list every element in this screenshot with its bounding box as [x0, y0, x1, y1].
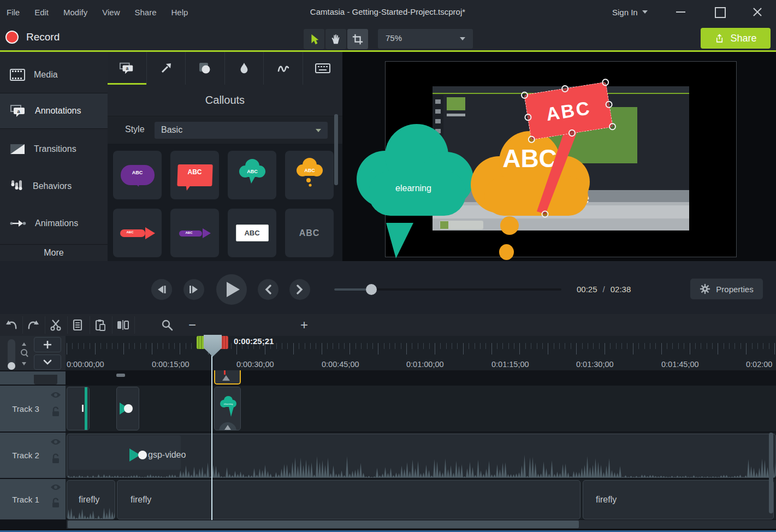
- menu-share[interactable]: Share: [134, 8, 156, 17]
- pan-tool-button[interactable]: [325, 29, 346, 49]
- eye-icon[interactable]: [50, 391, 61, 399]
- track-name: Track 3: [5, 386, 46, 431]
- clip-elearning-callout[interactable]: elearning: [214, 387, 241, 430]
- eye-icon[interactable]: [50, 483, 61, 491]
- menu-help[interactable]: Help: [171, 8, 188, 17]
- ruler-tick: [672, 343, 673, 349]
- tab-callouts[interactable]: a: [108, 52, 147, 85]
- selection-handle[interactable]: [542, 211, 549, 218]
- ruler-tick: [412, 343, 412, 349]
- callout-tile-text-only[interactable]: ABC: [285, 209, 334, 257]
- audio-waveform: [67, 452, 776, 477]
- minimize-icon[interactable]: [673, 5, 689, 19]
- cursor-tool-button[interactable]: [304, 29, 324, 49]
- clip-gsp-video[interactable]: gsp-video: [67, 434, 776, 478]
- jump-back-button[interactable]: [258, 279, 279, 300]
- crop-tool-button[interactable]: [347, 29, 368, 49]
- collapse-tracks-button[interactable]: [34, 354, 61, 370]
- annotation-tabbar: a: [108, 52, 342, 85]
- sidebar-more-button[interactable]: More: [0, 244, 108, 261]
- menu-view[interactable]: View: [102, 8, 120, 17]
- ruler-tick: [174, 343, 175, 349]
- sign-in-button[interactable]: Sign In: [612, 0, 648, 24]
- play-button[interactable]: [216, 274, 247, 305]
- ruler-tick: [508, 343, 509, 349]
- zoom-out-button[interactable]: −: [183, 316, 201, 334]
- next-frame-button[interactable]: [183, 279, 204, 300]
- sidebar-item-label: Media: [34, 70, 58, 80]
- canvas-zoom-dropdown[interactable]: 75%: [378, 29, 473, 49]
- callout-tile-cloud[interactable]: ABC: [228, 151, 276, 199]
- clip-firefly-1[interactable]: firefly: [67, 480, 115, 519]
- ruler-tick: [757, 343, 758, 349]
- playhead-line[interactable]: [211, 354, 212, 520]
- close-icon[interactable]: [749, 5, 766, 19]
- callout-tile-red-arrow[interactable]: ABC: [113, 209, 162, 257]
- style-dropdown[interactable]: Basic: [155, 122, 328, 139]
- previous-frame-button[interactable]: [151, 279, 172, 300]
- timeline: 0:00:00;00 0:00:15;00 0:00:30;00 0:00:45…: [0, 336, 776, 532]
- elearning-cloud-callout[interactable]: elearning: [352, 122, 481, 258]
- record-button[interactable]: Record: [5, 27, 60, 47]
- horizontal-scrollbar-thumb[interactable]: [68, 521, 579, 528]
- lock-icon[interactable]: [51, 406, 60, 417]
- callout-tile-purple-arrow[interactable]: ABC: [170, 209, 219, 257]
- redo-button[interactable]: [25, 316, 42, 334]
- track-lane[interactable]: [66, 386, 776, 431]
- properties-button[interactable]: Properties: [690, 279, 763, 299]
- split-button[interactable]: [114, 316, 132, 334]
- tab-keystroke[interactable]: [303, 52, 342, 85]
- abc-cloud-callout[interactable]: [465, 130, 596, 217]
- share-button[interactable]: Share: [701, 28, 771, 49]
- eye-icon[interactable]: [50, 438, 61, 446]
- ruler-tick: [667, 343, 667, 349]
- jump-forward-button[interactable]: [289, 279, 310, 300]
- lock-icon[interactable]: [51, 453, 60, 464]
- callout-tile-white-rect[interactable]: ABC: [228, 209, 276, 257]
- sidebar-item-animations[interactable]: Animations: [0, 205, 108, 241]
- callout-tile-thought-cloud[interactable]: ABC: [285, 151, 334, 199]
- sidebar-item-annotations[interactable]: a Annotations: [0, 93, 108, 129]
- ruler-tick: [457, 343, 458, 349]
- selected-callout-clip[interactable]: [214, 370, 241, 385]
- cut-button[interactable]: [47, 316, 64, 334]
- scrubber-thumb[interactable]: [366, 284, 377, 295]
- menu-file[interactable]: File: [7, 8, 20, 17]
- clip-firefly-3[interactable]: firefly: [583, 480, 774, 519]
- transition-icon: [10, 144, 25, 155]
- maximize-icon[interactable]: [711, 5, 727, 19]
- undo-button[interactable]: [3, 316, 20, 334]
- tab-shapes[interactable]: [186, 52, 225, 85]
- clip-firefly-2[interactable]: firefly: [117, 480, 580, 519]
- ruler-tick: [463, 343, 464, 354]
- sidebar-item-media[interactable]: Media: [0, 57, 108, 93]
- callout-tile-rect-bubble[interactable]: ABC: [170, 151, 219, 199]
- ruler-tick: [480, 343, 481, 349]
- animation-notch: [219, 422, 236, 430]
- playhead-in-handle[interactable]: [197, 336, 205, 349]
- tab-sketch[interactable]: [264, 52, 303, 85]
- playhead-out-handle[interactable]: [221, 336, 228, 349]
- ruler-tick: [576, 343, 577, 354]
- timeline-zoom-button[interactable]: [158, 316, 176, 334]
- tab-arrows[interactable]: [147, 52, 186, 85]
- clip[interactable]: [116, 387, 139, 430]
- callout-tile-rounded-bubble[interactable]: ABC: [113, 151, 162, 199]
- horizontal-scrollbar[interactable]: [67, 520, 776, 529]
- menu-modify[interactable]: Modify: [63, 8, 87, 17]
- sidebar-item-behaviors[interactable]: Behaviors: [0, 168, 108, 204]
- menu-edit[interactable]: Edit: [34, 8, 49, 17]
- zoom-in-button[interactable]: +: [295, 316, 313, 334]
- timeline-ruler[interactable]: 0:00:00;00 0:00:15;00 0:00:30;00 0:00:45…: [66, 336, 776, 370]
- track-height-thumb[interactable]: [8, 362, 15, 370]
- lock-icon[interactable]: [51, 498, 60, 509]
- sidebar-item-transitions[interactable]: Transitions: [0, 131, 108, 167]
- add-track-button[interactable]: [34, 337, 61, 352]
- panel-scrollbar[interactable]: [334, 114, 338, 185]
- ruler-tick: [95, 343, 96, 354]
- clip[interactable]: [67, 387, 90, 430]
- tab-blur[interactable]: [225, 52, 264, 85]
- vertical-scrollbar[interactable]: [769, 433, 773, 513]
- copy-button[interactable]: [69, 316, 87, 334]
- paste-button[interactable]: [92, 316, 109, 334]
